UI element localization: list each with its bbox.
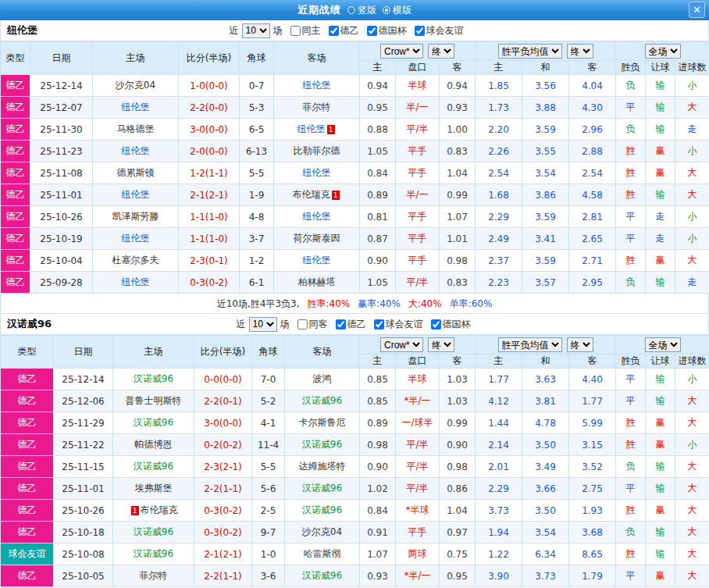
team-link[interactable]: 埃弗斯堡	[135, 483, 173, 494]
avg-final-select[interactable]: 终	[567, 337, 593, 352]
team-link[interactable]: 纽伦堡	[303, 211, 331, 222]
scope-select[interactable]: 全场	[645, 44, 681, 59]
team-link[interactable]: 达姆施塔特	[299, 461, 346, 472]
same-venue-checkbox[interactable]	[290, 26, 301, 36]
home-team-cell[interactable]: 杜塞尔多夫	[93, 250, 179, 272]
layout-radio-vertical[interactable]: 竖版	[347, 4, 376, 17]
away-team-cell[interactable]: 柏林赫塔	[274, 272, 360, 294]
avg-type-select[interactable]: 胜平负均值	[498, 337, 562, 352]
league-checkbox-2[interactable]	[374, 319, 384, 330]
team-link[interactable]: 卡尔斯鲁厄	[299, 417, 346, 428]
team-link[interactable]: 汉诺威96	[134, 417, 173, 428]
away-team-cell[interactable]: 达姆施塔特	[285, 456, 360, 478]
team-link[interactable]: 汉诺威96	[134, 461, 173, 472]
league-filter-3[interactable]: 球会友谊	[410, 24, 464, 37]
home-team-cell[interactable]: 汉诺威96	[113, 522, 194, 543]
league-filter-2[interactable]: 德国杯	[362, 24, 407, 37]
league-filter-1[interactable]: 德乙	[331, 318, 366, 331]
home-team-cell[interactable]: 凯泽斯劳滕	[93, 206, 179, 228]
away-team-cell[interactable]: 汉诺威96	[285, 434, 360, 456]
team-link[interactable]: 汉诺威96	[134, 526, 173, 537]
scope-select[interactable]: 全场	[645, 337, 681, 352]
team-link[interactable]: 纽伦堡	[303, 167, 331, 178]
team-link[interactable]: 汉诺威96	[302, 483, 342, 494]
match-count-select[interactable]: 10	[249, 317, 277, 332]
team-link[interactable]: 汉诺威96	[302, 570, 342, 581]
avg-final-select[interactable]: 终	[567, 44, 593, 59]
league-filter-2[interactable]: 球会友谊	[369, 318, 423, 331]
away-team-cell[interactable]: 沙尔克04	[285, 522, 360, 543]
home-team-cell[interactable]: 汉诺威96	[113, 369, 194, 390]
away-team-cell[interactable]: 哈雷斯彻	[285, 543, 360, 565]
league-checkbox-2[interactable]	[367, 26, 377, 36]
away-team-cell[interactable]: 纽伦堡	[274, 162, 360, 184]
home-team-cell[interactable]: 马格德堡	[93, 119, 179, 141]
away-team-cell[interactable]: 比勒菲尔德	[274, 141, 360, 162]
team-link[interactable]: 汉诺威96	[302, 504, 342, 515]
home-team-cell[interactable]: 纽伦堡	[93, 228, 179, 250]
match-count-select[interactable]: 10	[242, 23, 270, 38]
team-link[interactable]: 汉诺威96	[302, 439, 342, 450]
team-link[interactable]: 纽伦堡	[122, 189, 150, 200]
team-link[interactable]: 杜塞尔多夫	[112, 255, 159, 265]
team-link[interactable]: 纽伦堡	[297, 123, 326, 134]
team-link[interactable]: 汉诺威96	[134, 373, 173, 384]
home-team-cell[interactable]: 纽伦堡	[93, 141, 179, 162]
team-link[interactable]: 纽伦堡	[122, 276, 150, 287]
same-venue-filter[interactable]: 同主	[286, 24, 321, 37]
away-team-cell[interactable]: 布伦瑞克1	[274, 184, 360, 206]
away-team-cell[interactable]: 纽伦堡	[274, 250, 360, 272]
same-venue-checkbox[interactable]	[297, 319, 308, 330]
league-checkbox-1[interactable]	[329, 26, 339, 36]
odds-company-select[interactable]: Crow*	[380, 337, 423, 352]
home-team-cell[interactable]: 纽伦堡	[93, 272, 179, 294]
team-link[interactable]: 菲尔特	[140, 570, 168, 581]
home-team-cell[interactable]: 帕德博恩	[113, 434, 194, 456]
away-team-cell[interactable]: 纽伦堡	[274, 75, 360, 97]
away-team-cell[interactable]: 汉诺威96	[285, 565, 360, 587]
team-link[interactable]: 哈雷斯彻	[304, 548, 341, 559]
odds-final-select[interactable]: 终	[428, 337, 454, 352]
radio-selected-icon[interactable]	[383, 6, 390, 14]
league-checkbox-1[interactable]	[336, 319, 346, 330]
away-team-cell[interactable]: 汉诺威96	[285, 500, 360, 522]
home-team-cell[interactable]: 埃弗斯堡	[113, 478, 194, 500]
close-icon[interactable]: ✕	[689, 2, 705, 18]
team-link[interactable]: 沙尔克04	[302, 526, 342, 537]
home-team-cell[interactable]: 普鲁士明斯特	[113, 390, 194, 412]
home-team-cell[interactable]: 汉诺威96	[113, 412, 194, 434]
home-team-cell[interactable]: 菲尔特	[113, 565, 194, 587]
team-link[interactable]: 菲尔特	[303, 102, 331, 112]
home-team-cell[interactable]: 1布伦瑞克	[113, 500, 194, 522]
league-filter-1[interactable]: 德乙	[324, 24, 359, 37]
team-link[interactable]: 荷尔斯泰因	[294, 233, 340, 244]
away-team-cell[interactable]: 菲尔特	[274, 97, 360, 119]
team-link[interactable]: 波鸿	[313, 373, 332, 384]
league-filter-3[interactable]: 德国杯	[426, 318, 471, 331]
home-team-cell[interactable]: 纽伦堡	[93, 184, 179, 206]
avg-type-select[interactable]: 胜平负均值	[498, 44, 562, 59]
away-team-cell[interactable]: 卡尔斯鲁厄	[285, 412, 360, 434]
team-link[interactable]: 凯泽斯劳滕	[112, 211, 159, 222]
team-link[interactable]: 纽伦堡	[122, 233, 150, 244]
team-link[interactable]: 普鲁士明斯特	[126, 395, 182, 406]
away-team-cell[interactable]: 纽伦堡	[274, 206, 360, 228]
home-team-cell[interactable]: 德累斯顿	[93, 162, 179, 184]
away-team-cell[interactable]: 汉诺威96	[285, 390, 360, 412]
radio-circle-icon[interactable]	[347, 6, 355, 14]
league-checkbox-3[interactable]	[431, 319, 441, 330]
same-venue-filter[interactable]: 同客	[293, 318, 328, 331]
away-team-cell[interactable]: 汉诺威96	[285, 478, 360, 500]
team-link[interactable]: 沙尔克04	[116, 80, 155, 91]
team-link[interactable]: 汉诺威96	[302, 395, 342, 406]
team-link[interactable]: 纽伦堡	[303, 80, 331, 91]
league-checkbox-3[interactable]	[415, 26, 425, 36]
layout-radio-horizontal[interactable]: 横版	[383, 4, 412, 17]
team-link[interactable]: 马格德堡	[117, 123, 155, 134]
team-link[interactable]: 布伦瑞克	[141, 504, 178, 515]
team-link[interactable]: 比勒菲尔德	[294, 145, 340, 156]
team-link[interactable]: 汉诺威96	[134, 548, 173, 559]
home-team-cell[interactable]: 纽伦堡	[93, 97, 179, 119]
team-link[interactable]: 纽伦堡	[303, 255, 331, 265]
team-link[interactable]: 布伦瑞克	[293, 189, 330, 200]
